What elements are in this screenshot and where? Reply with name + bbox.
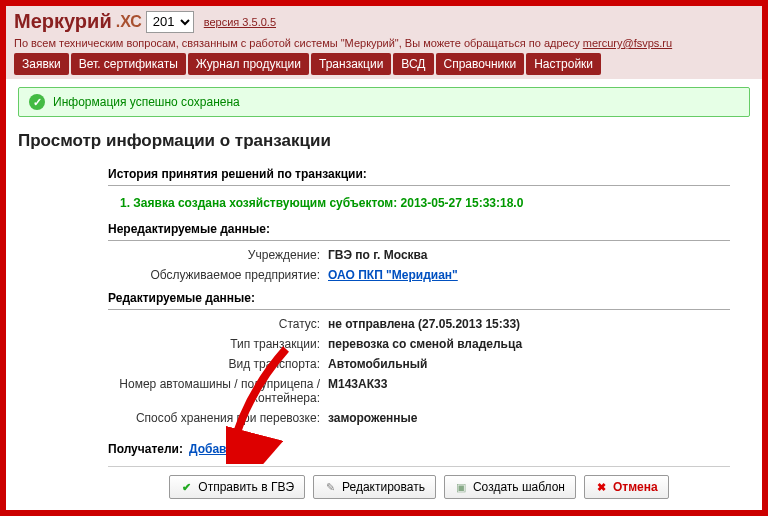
create-template-button[interactable]: ▣ Создать шаблон: [444, 475, 576, 499]
support-email-link[interactable]: mercury@fsvps.ru: [583, 37, 672, 49]
status-value: не отправлена (27.05.2013 15:33): [328, 317, 520, 331]
tab-vet-certs[interactable]: Вет. сертификаты: [71, 53, 186, 75]
divider: [108, 185, 730, 186]
divider: [108, 309, 730, 310]
history-item: 1. Заявка создана хозяйствующим субъекто…: [108, 190, 730, 216]
status-label: Статус:: [108, 317, 328, 331]
logo-main: Меркурий: [14, 10, 112, 33]
tab-reference[interactable]: Справочники: [436, 53, 525, 75]
type-value: перевозка со сменой владельца: [328, 337, 522, 351]
storage-label: Способ хранения при перевозке:: [108, 411, 328, 425]
vehicle-label: Номер автомашины / полуприцепа / контейн…: [108, 377, 328, 405]
template-icon: ▣: [455, 481, 468, 494]
transport-label: Вид транспорта:: [108, 357, 328, 371]
enterprise-label: Обслуживаемое предприятие:: [108, 268, 328, 282]
tab-product-log[interactable]: Журнал продукции: [188, 53, 309, 75]
logo-sub: .ХС: [116, 13, 142, 31]
editable-section-title: Редактируемые данные:: [108, 291, 730, 305]
enterprise-link[interactable]: ОАО ПКП "Меридиан": [328, 268, 458, 282]
institution-value: ГВЭ по г. Москва: [328, 248, 427, 262]
success-text: Информация успешно сохранена: [53, 95, 240, 109]
success-banner: ✓ Информация успешно сохранена: [18, 87, 750, 117]
tab-requests[interactable]: Заявки: [14, 53, 69, 75]
recipients-label: Получатели:: [108, 442, 183, 456]
edit-button[interactable]: ✎ Редактировать: [313, 475, 436, 499]
page-title: Просмотр информации о транзакции: [18, 131, 750, 151]
add-recipient-link[interactable]: Добавить: [189, 442, 247, 456]
vehicle-value: М143АК33: [328, 377, 387, 391]
tab-settings[interactable]: Настройки: [526, 53, 601, 75]
send-button[interactable]: ✔ Отправить в ГВЭ: [169, 475, 305, 499]
version-label: версия 3.5.0.5: [204, 16, 276, 28]
divider: [108, 240, 730, 241]
cancel-button[interactable]: ✖ Отмена: [584, 475, 669, 499]
type-label: Тип транзакции:: [108, 337, 328, 351]
year-select[interactable]: 201: [146, 11, 194, 33]
tab-transactions[interactable]: Транзакции: [311, 53, 391, 75]
support-info: По всем техническим вопросам, связанным …: [6, 35, 762, 53]
storage-value: замороженные: [328, 411, 417, 425]
success-icon: ✓: [29, 94, 45, 110]
pencil-icon: ✎: [324, 481, 337, 494]
noneditable-section-title: Нередактируемые данные:: [108, 222, 730, 236]
tab-vsd[interactable]: ВСД: [393, 53, 433, 75]
transport-value: Автомобильный: [328, 357, 428, 371]
history-section-title: История принятия решений по транзакции:: [108, 167, 730, 181]
check-icon: ✔: [180, 481, 193, 494]
close-icon: ✖: [595, 481, 608, 494]
institution-label: Учреждение:: [108, 248, 328, 262]
